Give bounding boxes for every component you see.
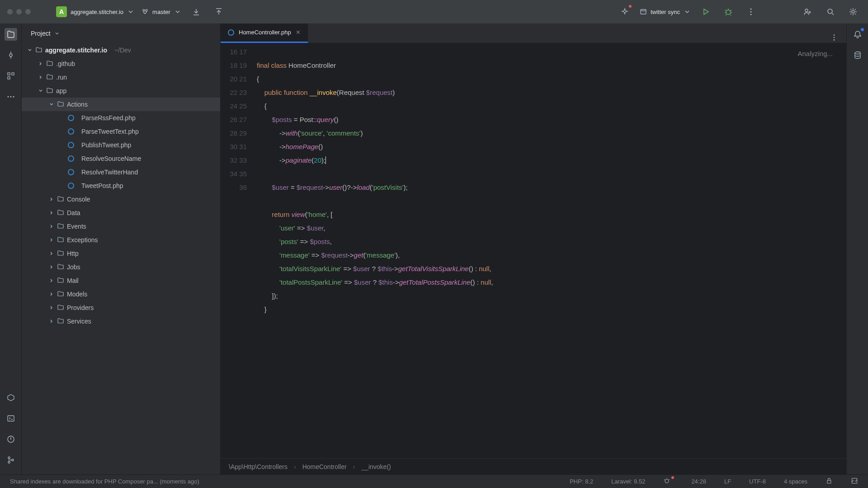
notifications-button[interactable] xyxy=(851,28,864,41)
svg-point-4 xyxy=(750,14,752,15)
search-everywhere-button[interactable] xyxy=(823,4,838,19)
more-actions-button[interactable] xyxy=(743,4,759,19)
code-with-me-button[interactable] xyxy=(800,4,816,19)
code-editor[interactable]: final class HomeController { public func… xyxy=(257,43,846,458)
branch-icon xyxy=(142,8,149,15)
chevron-right-icon: › xyxy=(294,463,296,470)
svg-point-1 xyxy=(726,10,731,14)
tree-folder-Services[interactable]: Services xyxy=(22,314,220,328)
breadcrumbs[interactable]: \App\Http\Controllers › HomeController ›… xyxy=(221,458,846,474)
status-caret-pos[interactable]: 24:28 xyxy=(691,478,706,485)
structure-tool-button[interactable] xyxy=(5,70,17,82)
tree-folder-.run[interactable]: .run xyxy=(22,70,220,84)
tree-file-TweetPost.php[interactable]: TweetPost.php xyxy=(22,179,220,192)
maximize-window[interactable] xyxy=(25,9,31,14)
project-selector[interactable]: A aggregate.stitcher.io xyxy=(56,6,134,17)
svg-point-22 xyxy=(834,37,835,38)
svg-rect-11 xyxy=(8,77,10,79)
tree-folder-Data[interactable]: Data xyxy=(22,206,220,220)
svg-marker-15 xyxy=(8,394,14,401)
svg-point-19 xyxy=(8,461,10,463)
svg-point-20 xyxy=(12,459,14,461)
more-tool-button[interactable] xyxy=(5,90,17,103)
svg-point-25 xyxy=(665,479,669,483)
tree-folder-app[interactable]: app xyxy=(22,84,220,98)
status-laravel[interactable]: Laravel: 9.52 xyxy=(611,478,645,485)
database-tool-button[interactable] xyxy=(851,49,864,61)
problems-tool-button[interactable] xyxy=(5,433,17,446)
inspection-error-badge xyxy=(629,5,632,8)
services-tool-button[interactable] xyxy=(5,391,17,404)
lock-icon[interactable] xyxy=(826,477,833,486)
commit-tool-button[interactable] xyxy=(5,49,17,61)
window-controls[interactable] xyxy=(7,9,31,14)
breadcrumb-segment[interactable]: \App\Http\Controllers xyxy=(229,463,288,470)
breadcrumb-segment[interactable]: HomeController xyxy=(302,463,347,470)
chevron-down-icon xyxy=(54,31,60,36)
push-button[interactable] xyxy=(211,4,226,19)
tree-folder-Mail[interactable]: Mail xyxy=(22,274,220,287)
svg-rect-26 xyxy=(827,480,831,483)
tree-folder-Providers[interactable]: Providers xyxy=(22,301,220,314)
status-inspections[interactable] xyxy=(663,477,673,486)
pull-button[interactable] xyxy=(189,4,204,19)
status-indent[interactable]: 4 spaces xyxy=(784,478,807,485)
php-file-icon xyxy=(228,29,234,36)
close-tab-button[interactable]: ✕ xyxy=(296,29,301,36)
tree-folder-actions[interactable]: Actions xyxy=(22,98,220,111)
svg-point-3 xyxy=(750,11,752,13)
svg-point-6 xyxy=(828,9,832,14)
breadcrumb-segment[interactable]: __invoke() xyxy=(361,463,391,470)
tree-folder-Jobs[interactable]: Jobs xyxy=(22,260,220,274)
terminal-tool-button[interactable] xyxy=(5,412,17,425)
svg-point-8 xyxy=(9,54,12,56)
tree-file-ParseRssFeed.php[interactable]: ParseRssFeed.php xyxy=(22,111,220,125)
minimize-window[interactable] xyxy=(16,9,22,14)
run-config-selector[interactable]: twitter sync xyxy=(640,8,691,15)
tree-folder-Events[interactable]: Events xyxy=(22,220,220,233)
svg-point-2 xyxy=(750,9,752,10)
tab-filename: HomeController.php xyxy=(239,29,291,36)
sidebar-header[interactable]: Project xyxy=(22,23,220,43)
status-encoding[interactable]: UTF-8 xyxy=(749,478,766,485)
close-window[interactable] xyxy=(7,9,13,14)
svg-point-23 xyxy=(834,39,835,41)
svg-point-14 xyxy=(13,96,14,98)
sidebar-title: Project xyxy=(31,30,51,37)
tree-file-ParseTweetText.php[interactable]: ParseTweetText.php xyxy=(22,125,220,138)
svg-point-7 xyxy=(852,10,854,13)
status-php[interactable]: PHP: 8.2 xyxy=(570,478,593,485)
branch-selector[interactable]: master xyxy=(142,8,181,15)
svg-point-18 xyxy=(8,457,10,459)
error-badge xyxy=(671,476,674,479)
tree-folder-Models[interactable]: Models xyxy=(22,287,220,301)
tree-root[interactable]: aggregate.stitcher.io ~/Dev xyxy=(22,43,220,57)
run-button[interactable] xyxy=(698,4,713,19)
tab-homecontroller[interactable]: HomeController.php ✕ xyxy=(221,23,308,43)
tree-file-ResolveSourceName[interactable]: ResolveSourceName xyxy=(22,152,220,165)
tree-folder-.github[interactable]: .github xyxy=(22,57,220,70)
chevron-right-icon: › xyxy=(353,463,355,470)
tree-folder-Exceptions[interactable]: Exceptions xyxy=(22,233,220,247)
tree-folder-Http[interactable]: Http xyxy=(22,247,220,260)
tree-file-ResolveTwitterHand[interactable]: ResolveTwitterHand xyxy=(22,165,220,179)
inspections-button[interactable] xyxy=(617,4,632,19)
chevron-down-icon xyxy=(684,8,691,15)
svg-rect-9 xyxy=(8,73,10,75)
project-name: aggregate.stitcher.io xyxy=(71,9,123,15)
svg-point-12 xyxy=(7,96,9,98)
svg-rect-10 xyxy=(12,73,14,75)
svg-rect-0 xyxy=(641,9,646,14)
project-icon: A xyxy=(56,6,67,17)
expand-icon[interactable] xyxy=(851,477,858,486)
tree-folder-Console[interactable]: Console xyxy=(22,192,220,206)
tree-file-PublishTweet.php[interactable]: PublishTweet.php xyxy=(22,138,220,152)
settings-button[interactable] xyxy=(845,4,861,19)
tab-more-button[interactable] xyxy=(822,33,846,43)
svg-point-5 xyxy=(805,9,808,12)
svg-point-21 xyxy=(834,34,835,36)
project-tool-button[interactable] xyxy=(5,28,17,41)
status-eol[interactable]: LF xyxy=(724,478,731,485)
debug-button[interactable] xyxy=(721,4,736,19)
vcs-tool-button[interactable] xyxy=(5,454,17,466)
